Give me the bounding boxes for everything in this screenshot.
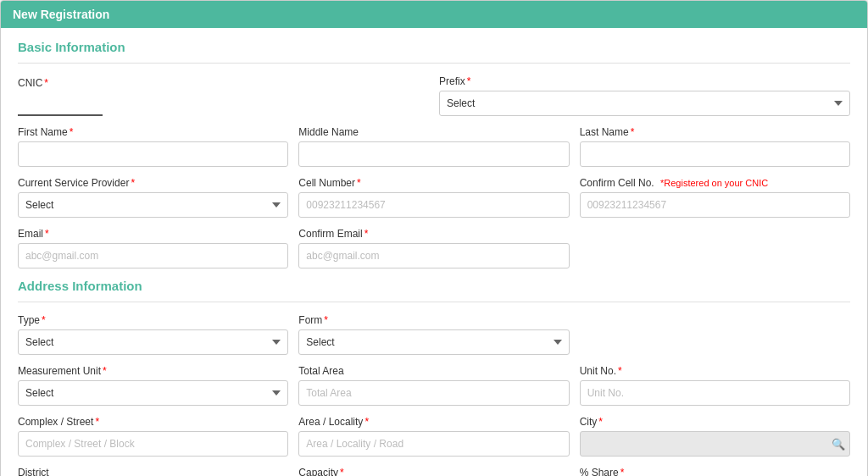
middlename-label: Middle Name [298,126,569,138]
middlename-input[interactable] [298,141,569,167]
type-label: Type* [18,314,288,326]
service-provider-label: Current Service Provider* [18,177,288,189]
city-label: City* [580,416,850,428]
district-label: District [18,467,288,476]
lastname-group: Last Name* [580,126,850,167]
total-area-input[interactable] [298,380,569,406]
type-group: Type* Select [18,314,288,355]
cell-number-label: Cell Number* [298,177,569,189]
row-district-capacity: District Capacity* Select % Share* [18,467,850,476]
city-input-wrapper: 🔍 [580,431,850,457]
area-input[interactable] [298,431,569,457]
service-provider-select[interactable]: Select [18,192,288,218]
district-group: District [18,467,288,476]
measurement-label: Measurement Unit* [18,365,288,377]
total-area-label: Total Area [298,365,569,377]
total-area-group: Total Area [298,365,569,406]
service-provider-group: Current Service Provider* Select [18,177,288,218]
measurement-select[interactable]: Select [18,380,288,406]
confirm-email-label: Confirm Email* [298,228,569,240]
complex-group: Complex / Street* [18,416,288,457]
complex-label: Complex / Street* [18,416,288,428]
email-input[interactable] [18,243,288,268]
type-select[interactable]: Select [18,329,288,355]
complex-input[interactable] [18,431,288,457]
city-input[interactable] [580,431,850,457]
city-group: City* 🔍 [580,416,850,457]
measurement-group: Measurement Unit* Select [18,365,288,406]
registration-window: New Registration Basic Information CNIC*… [0,0,868,476]
capacity-group: Capacity* Select [298,467,569,476]
unit-no-group: Unit No.* [580,365,850,406]
confirm-email-group: Confirm Email* [298,228,569,268]
row-email: Email* Confirm Email* [18,228,850,268]
form-body: Basic Information CNIC* Prefix* Select [1,28,867,476]
cnic-group: CNIC* [18,77,429,116]
lastname-label: Last Name* [580,126,850,138]
basic-divider [18,63,850,64]
form-label: Form* [298,314,569,326]
confirm-cell-input[interactable] [580,192,850,218]
row-address: Complex / Street* Area / Locality* City*… [18,416,850,457]
area-group: Area / Locality* [298,416,569,457]
cell-number-group: Cell Number* [298,177,569,218]
row-service-cell: Current Service Provider* Select Cell Nu… [18,177,850,218]
cnic-input[interactable] [18,92,103,116]
window-title: New Registration [1,1,867,28]
firstname-label: First Name* [18,126,288,138]
form-select[interactable]: Select [298,329,569,355]
row-names: First Name* Middle Name Last Name* [18,126,850,167]
row-type-form: Type* Select Form* Select [18,314,850,355]
lastname-input[interactable] [580,141,850,167]
confirm-cell-label: Confirm Cell No. *Registered on your CNI… [580,177,850,189]
confirm-cell-group: Confirm Cell No. *Registered on your CNI… [580,177,850,218]
address-divider [18,302,850,302]
capacity-label: Capacity* [298,467,569,476]
address-info-title: Address Information [18,279,850,293]
email-group: Email* [18,228,288,268]
share-label: % Share* [580,467,850,476]
email-label: Email* [18,228,288,240]
row-cnic-prefix: CNIC* Prefix* Select [18,75,850,116]
area-label: Area / Locality* [298,416,569,428]
form-group-field: Form* Select [298,314,569,355]
firstname-input[interactable] [18,141,288,167]
basic-info-title: Basic Information [18,40,850,54]
cell-number-input[interactable] [298,192,569,218]
prefix-label: Prefix* [439,75,850,87]
prefix-group: Prefix* Select [439,75,850,116]
middlename-group: Middle Name [298,126,569,167]
confirm-email-input[interactable] [298,243,569,268]
city-search-icon[interactable]: 🔍 [832,438,845,451]
unit-no-label: Unit No.* [580,365,850,377]
row-measurement: Measurement Unit* Select Total Area Unit… [18,365,850,406]
share-group: % Share* [580,467,850,476]
cnic-label: CNIC* [18,77,429,89]
firstname-group: First Name* [18,126,288,167]
unit-no-input[interactable] [580,380,850,406]
prefix-select[interactable]: Select [439,91,850,116]
